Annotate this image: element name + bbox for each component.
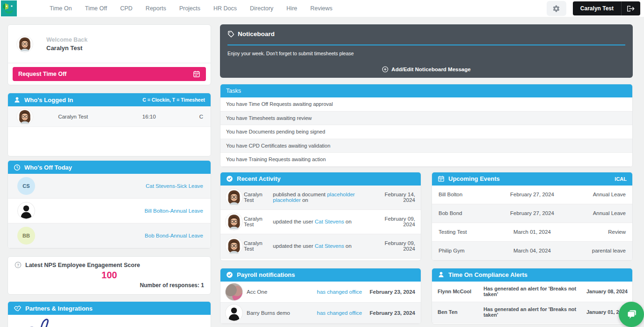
clockin-timesheet-legend: C = Clockin, T = Timesheet bbox=[143, 97, 205, 103]
user-avatar-image bbox=[16, 36, 33, 52]
recent-activity-card: Recent Activity Caralyn Test published a… bbox=[220, 172, 421, 261]
person-icon bbox=[438, 271, 445, 278]
tag-icon bbox=[227, 30, 234, 37]
activity-link[interactable]: Cat Stevens bbox=[315, 219, 344, 224]
event-type: parental leave bbox=[565, 248, 632, 253]
activity-text-post: on bbox=[300, 197, 308, 203]
event-name: Bob Bond bbox=[432, 210, 499, 216]
user-avatar-image bbox=[225, 237, 243, 255]
nav-item-reports[interactable]: Reports bbox=[146, 5, 166, 12]
payroll-row: Acc One has changed office February 23, … bbox=[220, 282, 421, 303]
nps-title: Latest NPS Employee Engagement Score bbox=[25, 262, 140, 268]
logout-button[interactable] bbox=[622, 5, 640, 12]
whos-off-link[interactable]: Bill Bolton-Annual Leave bbox=[145, 208, 203, 214]
gear-icon bbox=[552, 5, 560, 13]
task-item[interactable]: You have Timesheets awaiting review bbox=[220, 111, 632, 126]
event-name: Testing Test bbox=[432, 229, 499, 235]
badge-check-icon bbox=[226, 175, 233, 182]
tasks-header: Tasks bbox=[220, 84, 632, 97]
task-item[interactable]: You have Time Off Requests awaiting appr… bbox=[220, 97, 632, 111]
avatar-photo bbox=[225, 283, 243, 301]
nav-item-directory[interactable]: Directory bbox=[250, 5, 273, 12]
logged-in-row[interactable]: Caralyn Test 16:10 C bbox=[8, 106, 211, 127]
bottom-row: Payroll notifications Acc One has change… bbox=[220, 268, 633, 324]
compliance-row[interactable]: Ben Ten Has generated an alert for 'Brea… bbox=[432, 302, 632, 323]
event-date: February 27, 2024 bbox=[499, 192, 566, 197]
left-column: Welcome Back Caralyn Test Request Time O… bbox=[7, 24, 211, 327]
avatar bbox=[225, 213, 243, 230]
whos-logged-in-title: Who's Logged In bbox=[24, 97, 73, 104]
partners-title: Partners & Integrations bbox=[25, 305, 93, 312]
empty-area bbox=[8, 127, 211, 156]
nav-item-time-off[interactable]: Time Off bbox=[85, 5, 107, 12]
whos-off-row: BB Bob Bond-Annual Leave bbox=[8, 223, 211, 248]
user-avatar-image bbox=[225, 213, 243, 230]
compliance-text: Has generated an alert for 'Breaks not t… bbox=[483, 306, 580, 318]
add-edit-noticeboard-button[interactable]: Add/Edit Noticeboard Message bbox=[227, 66, 625, 73]
partners-card: Partners & Integrations bbox=[7, 301, 211, 327]
activity-date: February 09, 2024 bbox=[378, 216, 421, 227]
avatar-initials: CS bbox=[17, 177, 35, 195]
nav-item-time-on[interactable]: Time On bbox=[50, 5, 72, 12]
request-time-off-button[interactable]: Request Time Off bbox=[13, 67, 206, 81]
partners-body bbox=[8, 315, 211, 327]
logged-in-name: Caralyn Test bbox=[38, 114, 108, 119]
partner-logo[interactable] bbox=[21, 317, 63, 327]
partners-header: Partners & Integrations bbox=[8, 302, 211, 315]
whos-off-today-header: Who's Off Today bbox=[8, 161, 211, 174]
activity-user: Caralyn Test bbox=[244, 240, 273, 252]
nav-item-hr-docs[interactable]: HR Docs bbox=[213, 5, 237, 12]
compliance-alerts-card: Time On Compliance Alerts Flynn McCool H… bbox=[432, 268, 633, 324]
event-row[interactable]: Bob Bond February 27, 2024 Annual Leave bbox=[432, 204, 632, 223]
event-row[interactable]: Testing Test March 01, 2024 Review bbox=[432, 223, 632, 242]
divider bbox=[227, 45, 625, 45]
activity-user: Caralyn Test bbox=[244, 216, 273, 227]
task-item[interactable]: You have Documents pending being signed bbox=[220, 125, 632, 139]
activity-row: Caralyn Test published a document placeh… bbox=[220, 186, 421, 210]
task-item[interactable]: You have CPD Certificates awaiting valid… bbox=[220, 139, 632, 153]
activity-row: Caralyn Test updated the user Cat Steven… bbox=[220, 234, 421, 259]
welcome-card: Welcome Back Caralyn Test Request Time O… bbox=[7, 24, 211, 85]
app-logo-icon[interactable] bbox=[1, 0, 17, 16]
logged-in-status: C bbox=[190, 114, 211, 119]
compliance-row[interactable]: Flynn McCool Has generated an alert for … bbox=[432, 282, 632, 302]
activity-text: updated the user Cat Stevens on bbox=[273, 243, 378, 249]
event-name: Philip Gym bbox=[432, 248, 499, 253]
event-row[interactable]: Philip Gym March 04, 2024 parental leave bbox=[432, 242, 632, 260]
event-type: Annual Leave bbox=[565, 192, 632, 197]
avatar-silhouette bbox=[17, 202, 35, 220]
upcoming-events-header: Upcoming Events ICAL bbox=[432, 172, 632, 186]
payroll-change-link[interactable]: has changed office bbox=[317, 310, 368, 316]
badge-check-icon bbox=[226, 271, 233, 278]
ical-button[interactable]: ICAL bbox=[615, 176, 627, 182]
compliance-date: January 08, 2024 bbox=[580, 289, 632, 294]
clock-history-icon bbox=[14, 164, 21, 171]
whos-off-link[interactable]: Bob Bond-Annual Leave bbox=[145, 233, 203, 238]
event-row[interactable]: Bill Bolton February 27, 2024 Annual Lea… bbox=[432, 186, 632, 204]
chat-widget-button[interactable] bbox=[619, 302, 644, 327]
whos-off-link[interactable]: Cat Stevens-Sick Leave bbox=[146, 183, 203, 189]
activity-link[interactable]: Cat Stevens bbox=[315, 243, 344, 249]
payroll-title: Payroll notifications bbox=[237, 271, 295, 278]
add-edit-noticeboard-label: Add/Edit Noticeboard Message bbox=[391, 67, 470, 72]
user-avatar-image bbox=[16, 108, 33, 125]
payroll-change-link[interactable]: has changed office bbox=[317, 289, 368, 295]
user-menu-button[interactable]: Caralyn Test bbox=[573, 1, 640, 15]
settings-button[interactable] bbox=[547, 1, 566, 16]
nps-responses-count: Number of responses: 1 bbox=[15, 282, 204, 289]
calendar-icon bbox=[438, 175, 445, 182]
payroll-name: Acc One bbox=[247, 289, 317, 295]
nav-item-reviews[interactable]: Reviews bbox=[310, 5, 332, 12]
nav-item-projects[interactable]: Projects bbox=[179, 5, 200, 12]
payroll-date: February 23, 2024 bbox=[368, 289, 421, 295]
payroll-row: Barry Burns demo has changed office Febr… bbox=[220, 303, 421, 324]
activity-text-pre: published a document bbox=[273, 192, 327, 197]
user-menu-label: Caralyn Test bbox=[573, 5, 621, 12]
main-nav: Time On Time Off CPD Reports Projects HR… bbox=[50, 5, 332, 12]
topbar-right: Caralyn Test bbox=[547, 1, 640, 16]
whos-off-row: CS Cat Stevens-Sick Leave bbox=[8, 174, 211, 199]
task-item[interactable]: You have Training Requests awaiting acti… bbox=[220, 153, 632, 167]
nav-item-hire[interactable]: Hire bbox=[286, 5, 297, 12]
compliance-header: Time On Compliance Alerts bbox=[432, 268, 632, 282]
nav-item-cpd[interactable]: CPD bbox=[120, 5, 132, 12]
